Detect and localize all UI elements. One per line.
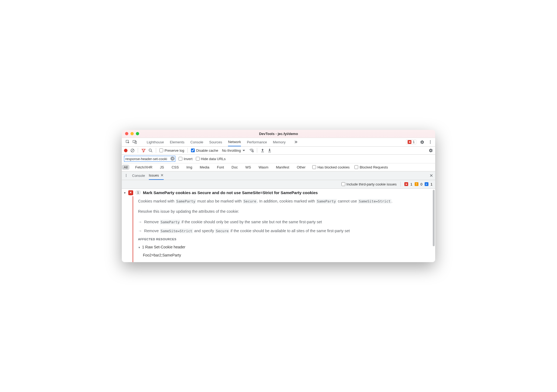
issue-paragraph-2: Resolve this issue by updating the attri…	[138, 208, 427, 215]
kebab-menu-icon[interactable]	[428, 140, 432, 144]
cookie-value: Foo2=bar2;SameParty	[143, 252, 427, 259]
record-button[interactable]	[124, 149, 127, 152]
svg-rect-1	[133, 140, 136, 143]
error-icon: ✕	[408, 140, 411, 144]
type-font[interactable]: Font	[215, 165, 226, 170]
raw-header-row[interactable]: ▼ 1 Raw Set-Cookie header	[138, 244, 427, 251]
clear-icon[interactable]	[130, 148, 135, 153]
collapse-triangle-icon[interactable]: ▼	[123, 191, 126, 194]
preserve-log-checkbox[interactable]: Preserve log	[159, 148, 184, 153]
main-tabs: Lighthouse Elements Console Sources Netw…	[147, 138, 298, 146]
type-css[interactable]: CSS	[170, 165, 181, 170]
issues-panel: ▼ ✕ 1 Mark SameParty cookies as Secure a…	[122, 189, 435, 262]
blocked-cookies-checkbox[interactable]: Has blocked cookies	[312, 165, 350, 169]
scrollbar[interactable]	[432, 189, 435, 262]
type-all[interactable]: All	[122, 165, 129, 170]
drawer-tab-issues[interactable]: Issues ✕	[149, 171, 164, 180]
issue-bullet-2: → Remove SameSite=Strict and specify Sec…	[138, 228, 427, 234]
throttling-select[interactable]: No throttling	[222, 148, 245, 153]
issue-header-row[interactable]: ▼ ✕ 1 Mark SameParty cookies as Secure a…	[122, 189, 435, 196]
svg-point-10	[251, 151, 252, 152]
disable-cache-input[interactable]	[191, 148, 195, 152]
network-toolbar: Preserve log Disable cache No throttling	[122, 147, 435, 155]
tab-elements[interactable]: Elements	[170, 138, 184, 146]
svg-point-15	[126, 175, 126, 176]
type-manifest[interactable]: Manifest	[274, 165, 291, 170]
error-count-icon: ✕	[404, 182, 408, 186]
svg-line-7	[131, 149, 133, 151]
device-toggle-icon[interactable]	[133, 140, 137, 144]
tab-console[interactable]: Console	[190, 138, 203, 146]
include-third-party-checkbox[interactable]: Include third-party cookie issues	[341, 182, 397, 186]
upload-icon[interactable]	[260, 148, 265, 153]
svg-point-5	[430, 143, 431, 144]
tab-lighthouse[interactable]: Lighthouse	[147, 138, 164, 146]
search-icon[interactable]	[148, 148, 153, 153]
error-indicator[interactable]: ✕ 1	[406, 140, 416, 144]
drawer-kebab-icon[interactable]	[124, 173, 128, 178]
filter-bar: ✕ Invert Hide data URLs	[122, 155, 435, 163]
drawer-tabbar: Console Issues ✕ ✕	[122, 171, 435, 180]
type-js[interactable]: JS	[158, 165, 166, 170]
arrow-icon: →	[138, 228, 142, 234]
issue-title: Mark SameParty cookies as Secure and do …	[143, 190, 318, 195]
type-wasm[interactable]: Wasm	[257, 165, 270, 170]
tab-network[interactable]: Network	[228, 138, 241, 146]
resource-type-bar: All Fetch/XHR JS CSS Img Media Font Doc …	[122, 163, 435, 171]
tab-sources[interactable]: Sources	[209, 138, 222, 146]
settings-gear-icon[interactable]	[429, 148, 433, 153]
svg-rect-12	[261, 152, 264, 152]
warning-count-icon: !	[415, 182, 418, 186]
titlebar: DevTools - jec.fyi/demo	[122, 130, 435, 138]
download-icon[interactable]	[267, 148, 272, 153]
issue-count-pill: 1	[135, 190, 141, 195]
svg-point-4	[430, 142, 431, 143]
svg-rect-13	[268, 152, 271, 152]
svg-line-9	[151, 151, 152, 152]
svg-point-8	[149, 149, 151, 151]
blocked-requests-checkbox[interactable]: Blocked Requests	[354, 165, 388, 169]
arrow-icon: →	[138, 219, 142, 225]
filter-input[interactable]	[124, 156, 175, 162]
collapse-triangle-icon[interactable]: ▼	[138, 246, 140, 250]
preserve-log-input[interactable]	[159, 148, 163, 152]
svg-point-3	[430, 140, 431, 141]
tab-performance[interactable]: Performance	[247, 138, 267, 146]
clear-filter-icon[interactable]: ✕	[170, 157, 175, 161]
scrollbar-thumb[interactable]	[433, 190, 435, 246]
more-tabs-icon[interactable]	[294, 140, 298, 144]
affected-resources-label: AFFECTED RESOURCES	[138, 237, 427, 242]
type-ws[interactable]: WS	[243, 165, 253, 170]
main-tabbar: Lighthouse Elements Console Sources Netw…	[122, 138, 435, 147]
svg-point-16	[126, 176, 126, 177]
issue-error-icon: ✕	[128, 190, 133, 195]
info-count-icon: ≡	[425, 182, 428, 186]
issue-paragraph-1: Cookies marked with SameParty must also …	[138, 198, 427, 205]
close-tab-icon[interactable]: ✕	[160, 173, 164, 177]
drawer-tab-console[interactable]: Console	[132, 171, 145, 180]
type-fetchxhr[interactable]: Fetch/XHR	[133, 165, 154, 170]
disable-cache-checkbox[interactable]: Disable cache	[191, 148, 218, 153]
type-img[interactable]: Img	[184, 165, 194, 170]
network-conditions-icon[interactable]	[249, 148, 254, 153]
hide-data-urls-checkbox[interactable]: Hide data URLs	[196, 157, 226, 161]
filter-icon[interactable]	[141, 148, 146, 153]
type-doc[interactable]: Doc	[230, 165, 240, 170]
type-other[interactable]: Other	[295, 165, 308, 170]
tab-memory[interactable]: Memory	[273, 138, 286, 146]
invert-checkbox[interactable]: Invert	[179, 157, 193, 161]
inspect-icon[interactable]	[126, 140, 130, 144]
issue-counts: ✕1 !0 ≡1	[404, 182, 432, 186]
issue-body: Cookies marked with SameParty must also …	[133, 196, 435, 262]
type-media[interactable]: Media	[198, 165, 211, 170]
issue-bullet-1: → Remove SameParty if the cookie should …	[138, 219, 427, 225]
devtools-window: DevTools - jec.fyi/demo Lighthouse Eleme…	[122, 130, 435, 262]
issues-toolbar: Include third-party cookie issues ✕1 !0 …	[122, 180, 435, 189]
window-title: DevTools - jec.fyi/demo	[122, 132, 435, 136]
close-drawer-icon[interactable]: ✕	[430, 173, 433, 178]
svg-point-14	[126, 174, 126, 175]
settings-icon[interactable]	[420, 140, 424, 144]
